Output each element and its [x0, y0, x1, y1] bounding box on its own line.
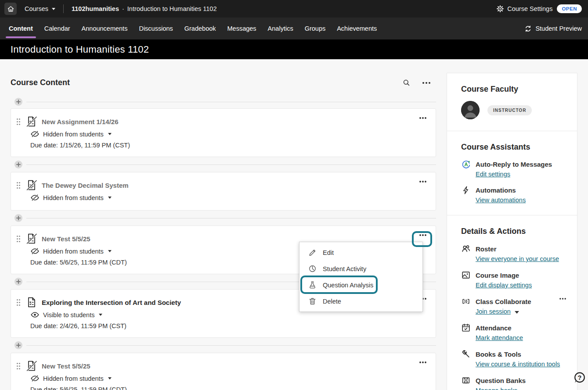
tab-analytics[interactable]: Analytics — [262, 18, 299, 39]
drag-handle[interactable] — [15, 235, 22, 243]
svg-text:?: ? — [578, 374, 582, 381]
content-item-card: The Dewey Decimal System Hidden from stu… — [11, 172, 436, 211]
collaborate-icon — [461, 297, 471, 306]
plus-icon[interactable] — [14, 161, 22, 168]
drag-handle[interactable] — [15, 362, 22, 370]
instructor-avatar[interactable] — [461, 101, 480, 119]
home-button[interactable] — [4, 3, 17, 15]
plus-icon[interactable] — [14, 214, 22, 222]
assignment-icon — [26, 297, 37, 308]
books-tools-link[interactable]: View course & institution tools — [476, 361, 560, 368]
visibility-dropdown[interactable]: Hidden from students — [30, 129, 427, 139]
plus-icon[interactable] — [14, 278, 22, 286]
drag-handle[interactable] — [15, 299, 22, 306]
student-preview-button[interactable]: Student Preview — [524, 25, 582, 32]
search-icon[interactable] — [402, 79, 411, 87]
refresh-preview-icon — [524, 25, 532, 32]
class-collaborate-menu-icon[interactable] — [559, 297, 566, 300]
menu-item-delete[interactable]: Delete — [299, 293, 422, 309]
chevron-down-icon — [108, 197, 112, 199]
image-icon — [461, 270, 471, 280]
item-context-menu: Edit Student Activity Question Analysis — [299, 242, 423, 312]
tab-discussions[interactable]: Discussions — [133, 18, 178, 39]
assignment-hidden-icon — [26, 116, 37, 127]
faculty-heading: Course Faculty — [461, 85, 566, 94]
courses-dropdown[interactable]: Courses — [25, 5, 55, 12]
lightning-icon — [461, 186, 471, 195]
tab-achievements[interactable]: Achievements — [331, 18, 382, 39]
tab-calendar[interactable]: Calendar — [39, 18, 76, 39]
tab-label: Gradebook — [184, 25, 216, 32]
menu-item-question-analysis[interactable]: Question Analysis — [299, 277, 422, 293]
help-button[interactable]: ? — [573, 371, 586, 384]
view-automations-link[interactable]: View automations — [476, 197, 526, 204]
content-overflow-menu-icon[interactable] — [422, 82, 431, 84]
edit-settings-link[interactable]: Edit settings — [476, 171, 510, 178]
plus-icon[interactable] — [14, 341, 22, 349]
item-title[interactable]: The Dewey Decimal System — [42, 182, 129, 189]
tab-label: Discussions — [139, 25, 173, 32]
roster-link[interactable]: View everyone in your course — [476, 255, 559, 262]
detail-item-course-image: Course Image Edit display settings — [461, 270, 566, 289]
question-banks-link[interactable]: Manage banks — [476, 387, 517, 390]
add-content-divider — [11, 98, 436, 106]
chevron-down-icon — [108, 133, 112, 135]
visibility-label: Hidden from students — [43, 375, 104, 382]
menu-item-student-activity[interactable]: Student Activity — [299, 261, 422, 277]
course-image-link[interactable]: Edit display settings — [476, 282, 532, 289]
tab-label: Content — [9, 25, 33, 32]
drag-handle[interactable] — [15, 118, 22, 125]
item-title[interactable]: New Test 5/5/25 — [42, 362, 90, 370]
detail-item-attendance: Attendance Mark attendance — [461, 323, 566, 341]
item-overflow-menu-icon-active[interactable] — [419, 234, 427, 236]
assistants-heading: Course Assistants — [461, 143, 566, 152]
item-title[interactable]: New Assignment 1/14/26 — [42, 118, 119, 125]
tab-groups[interactable]: Groups — [299, 18, 332, 39]
chevron-down-icon — [108, 377, 112, 379]
drag-handle[interactable] — [15, 182, 22, 189]
menu-item-label: Question Analysis — [323, 282, 373, 289]
menu-item-label: Edit — [323, 249, 334, 256]
chevron-down-icon[interactable] — [515, 311, 519, 314]
student-preview-label: Student Preview — [535, 25, 582, 32]
flask-icon — [308, 281, 317, 289]
details-actions-panel: Details & Actions Roster View everyone i… — [447, 215, 577, 390]
detail-label: Class Collaborate — [476, 298, 531, 305]
course-settings-button[interactable]: Course Settings — [496, 5, 552, 13]
plus-icon[interactable] — [14, 98, 22, 106]
tab-announcements[interactable]: Announcements — [76, 18, 133, 39]
menu-item-edit[interactable]: Edit — [299, 244, 422, 261]
instructor-role-badge: INSTRUCTOR — [487, 105, 532, 115]
item-title[interactable]: Exploring the Intersection of Art and So… — [42, 299, 181, 306]
course-open-badge[interactable]: OPEN — [557, 4, 582, 13]
tab-gradebook[interactable]: Gradebook — [179, 18, 222, 39]
tab-content[interactable]: Content — [3, 18, 39, 39]
item-overflow-menu-icon[interactable] — [419, 180, 427, 183]
item-overflow-menu-icon[interactable] — [419, 361, 427, 364]
course-assistants-panel: Course Assistants Auto-Reply to Messages — [447, 131, 577, 215]
item-title[interactable]: New Test 5/5/25 — [42, 235, 90, 243]
page-title: Introduction to Humanities 1102 — [11, 44, 149, 55]
visibility-dropdown[interactable]: Hidden from students — [30, 374, 427, 383]
menu-item-label: Student Activity — [323, 265, 366, 272]
tab-messages[interactable]: Messages — [222, 18, 262, 39]
add-content-divider — [11, 214, 436, 222]
join-session-link[interactable]: Join session — [476, 308, 511, 315]
home-icon — [7, 5, 14, 13]
help-icon: ? — [573, 371, 586, 384]
wrench-icon — [461, 349, 471, 359]
ai-auto-reply-icon — [461, 160, 471, 169]
chevron-down-icon — [99, 314, 102, 316]
tab-label: Groups — [305, 25, 326, 32]
detail-label: Books & Tools — [476, 351, 521, 358]
item-overflow-menu-icon[interactable] — [419, 117, 427, 119]
detail-label: Attendance — [476, 324, 512, 332]
breadcrumb-separator: · — [122, 5, 124, 12]
chevron-down-icon — [52, 8, 55, 10]
attendance-link[interactable]: Mark attendance — [476, 334, 523, 341]
detail-item-roster: Roster View everyone in your course — [461, 244, 566, 262]
visibility-dropdown[interactable]: Hidden from students — [30, 193, 427, 202]
test-hidden-icon — [26, 233, 37, 244]
calendar-check-icon — [461, 323, 471, 333]
app-window: Courses 1102humanities · Introduction to… — [0, 0, 588, 390]
